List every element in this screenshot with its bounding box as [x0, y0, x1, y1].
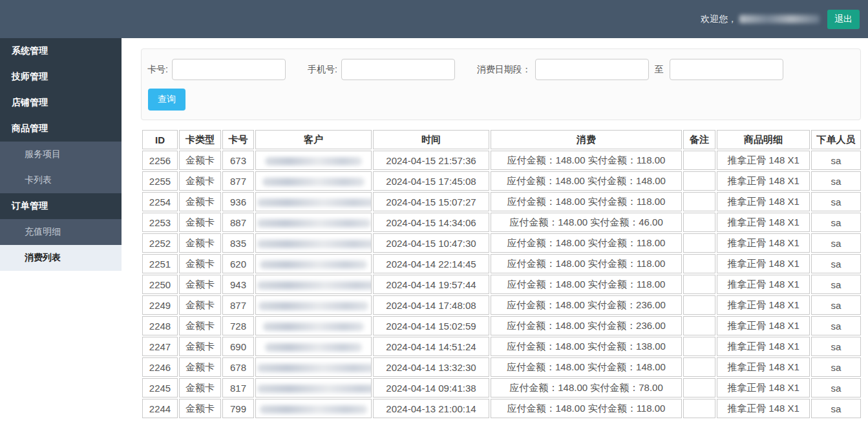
- sidebar-item-service-items[interactable]: 服务项目: [0, 142, 122, 167]
- sidebar-item-product-mgmt[interactable]: 商品管理: [0, 116, 122, 142]
- col-header-operator: 下单人员: [811, 130, 861, 149]
- cell-card-no: 877: [222, 295, 254, 315]
- cell-time: 2024-04-15 10:47:30: [373, 233, 489, 253]
- date-to-separator: 至: [655, 64, 664, 76]
- cell-card-type: 金额卡: [179, 316, 221, 335]
- cell-consumption: 应付金额：148.00 实付金额：118.00: [491, 151, 682, 170]
- cell-card-no: 678: [222, 357, 254, 377]
- cell-customer-redacted: [255, 151, 372, 170]
- table-row: 2247 金额卡 690 2024-04-14 14:51:24 应付金额：14…: [142, 337, 861, 356]
- cell-product-detail: 推拿正骨 148 X1: [717, 337, 810, 356]
- card-no-input[interactable]: [172, 59, 286, 80]
- sidebar-item-consumption-list[interactable]: 消费列表: [0, 245, 122, 271]
- top-bar: 欢迎您， 退出: [0, 0, 868, 38]
- table-row: 2251 金额卡 620 2024-04-14 22:14:45 应付金额：14…: [142, 254, 861, 273]
- col-header-card-no: 卡号: [222, 130, 254, 149]
- sidebar-item-shop-mgmt[interactable]: 店铺管理: [0, 90, 122, 116]
- cell-remark: [683, 233, 715, 253]
- cell-operator: sa: [811, 151, 861, 170]
- cell-customer-redacted: [255, 399, 372, 418]
- cell-operator: sa: [811, 192, 861, 211]
- redacted-customer-name: [257, 198, 372, 207]
- cell-operator: sa: [811, 337, 861, 356]
- sidebar-item-technician-mgmt[interactable]: 技师管理: [0, 64, 122, 90]
- cell-customer-redacted: [255, 337, 372, 356]
- sidebar-item-card-list[interactable]: 卡列表: [0, 167, 122, 193]
- redacted-customer-name: [260, 405, 367, 414]
- date-range-label: 消费日期段：: [477, 64, 531, 76]
- main-content: 卡号: 手机号: 消费日期段： 至 查询 ID 卡类型 卡号 客户 时间 消费: [122, 38, 868, 419]
- phone-label: 手机号:: [308, 64, 337, 76]
- redacted-username: [739, 15, 820, 23]
- cell-product-detail: 推拿正骨 148 X1: [717, 357, 810, 377]
- table-row: 2244 金额卡 799 2024-04-13 21:00:14 应付金额：14…: [142, 399, 861, 418]
- cell-card-no: 877: [222, 171, 254, 191]
- cell-operator: sa: [811, 316, 861, 335]
- sidebar-item-recharge-detail[interactable]: 充值明细: [0, 219, 122, 245]
- cell-customer-redacted: [255, 275, 372, 294]
- cell-card-type: 金额卡: [179, 151, 221, 170]
- redacted-customer-name: [265, 343, 362, 352]
- cell-id: 2255: [142, 171, 178, 191]
- table-row: 2249 金额卡 877 2024-04-14 17:48:08 应付金额：14…: [142, 295, 861, 315]
- col-header-time: 时间: [373, 130, 489, 149]
- query-button[interactable]: 查询: [148, 89, 185, 111]
- cell-consumption: 应付金额：148.00 实付金额：148.00: [491, 171, 682, 191]
- cell-card-type: 金额卡: [179, 378, 221, 398]
- search-panel: 卡号: 手机号: 消费日期段： 至 查询: [141, 48, 861, 120]
- cell-card-no: 943: [222, 275, 254, 294]
- cell-remark: [683, 378, 715, 398]
- cell-id: 2250: [142, 275, 178, 294]
- cell-remark: [683, 213, 715, 232]
- cell-product-detail: 推拿正骨 148 X1: [717, 316, 810, 335]
- col-header-product-detail: 商品明细: [717, 130, 810, 149]
- cell-product-detail: 推拿正骨 148 X1: [717, 213, 810, 232]
- table-row: 2255 金额卡 877 2024-04-15 17:45:08 应付金额：14…: [142, 171, 861, 191]
- cell-remark: [683, 192, 715, 211]
- cell-consumption: 应付金额：148.00 实付金额：118.00: [491, 399, 682, 418]
- cell-card-type: 金额卡: [179, 213, 221, 232]
- logout-button[interactable]: 退出: [827, 10, 860, 29]
- cell-remark: [683, 337, 715, 356]
- consumption-table-body: 2256 金额卡 673 2024-04-15 21:57:36 应付金额：14…: [142, 151, 861, 418]
- cell-card-type: 金额卡: [179, 275, 221, 294]
- date-from-input[interactable]: [535, 59, 649, 80]
- cell-customer-redacted: [255, 316, 372, 335]
- cell-consumption: 应付金额：148.00 实付金额：78.00: [491, 378, 682, 398]
- welcome-text: 欢迎您，: [701, 14, 737, 25]
- cell-customer-redacted: [255, 357, 372, 377]
- date-to-input[interactable]: [670, 59, 783, 80]
- cell-card-no: 728: [222, 316, 254, 335]
- cell-remark: [683, 171, 715, 191]
- cell-time: 2024-04-14 19:57:44: [373, 275, 489, 294]
- cell-id: 2256: [142, 151, 178, 170]
- cell-product-detail: 推拿正骨 148 X1: [717, 233, 810, 253]
- cell-consumption: 应付金额：148.00 实付金额：236.00: [491, 316, 682, 335]
- redacted-customer-name: [257, 364, 372, 372]
- cell-product-detail: 推拿正骨 148 X1: [717, 171, 810, 191]
- col-header-consumption: 消费: [491, 130, 682, 149]
- cell-customer-redacted: [255, 192, 372, 211]
- redacted-customer-name: [262, 178, 365, 186]
- col-header-customer: 客户: [255, 130, 372, 149]
- cell-customer-redacted: [255, 254, 372, 273]
- redacted-customer-name: [257, 281, 372, 290]
- cell-id: 2254: [142, 192, 178, 211]
- cell-product-detail: 推拿正骨 148 X1: [717, 378, 810, 398]
- cell-card-no: 887: [222, 213, 254, 232]
- cell-id: 2248: [142, 316, 178, 335]
- cell-card-type: 金额卡: [179, 254, 221, 273]
- sidebar-item-order-mgmt[interactable]: 订单管理: [0, 193, 122, 219]
- cell-remark: [683, 151, 715, 170]
- table-row: 2246 金额卡 678 2024-04-14 13:32:30 应付金额：14…: [142, 357, 861, 377]
- cell-time: 2024-04-14 15:02:59: [373, 316, 489, 335]
- consumption-table: ID 卡类型 卡号 客户 时间 消费 备注 商品明细 下单人员 2256 金额卡…: [141, 129, 862, 419]
- table-header-row: ID 卡类型 卡号 客户 时间 消费 备注 商品明细 下单人员: [142, 130, 861, 149]
- sidebar-item-system-mgmt[interactable]: 系统管理: [0, 38, 122, 64]
- phone-input[interactable]: [341, 59, 455, 80]
- cell-operator: sa: [811, 295, 861, 315]
- cell-operator: sa: [811, 171, 861, 191]
- cell-product-detail: 推拿正骨 148 X1: [717, 151, 810, 170]
- cell-consumption: 应付金额：148.00 实付金额：118.00: [491, 192, 682, 211]
- cell-operator: sa: [811, 233, 861, 253]
